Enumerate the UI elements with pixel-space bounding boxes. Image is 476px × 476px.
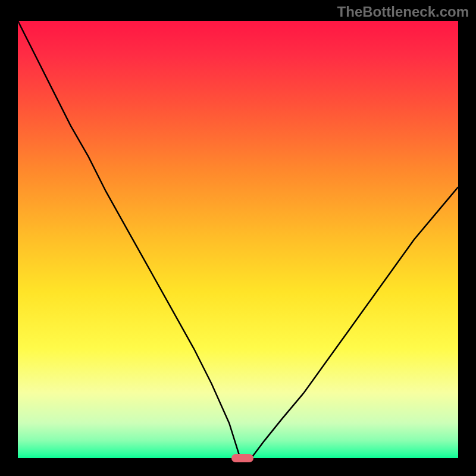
bottleneck-curve xyxy=(18,21,458,458)
watermark-text: TheBottleneck.com xyxy=(337,4,469,20)
curve-svg xyxy=(18,21,458,458)
plot-area xyxy=(18,21,458,458)
optimal-marker xyxy=(231,454,253,462)
